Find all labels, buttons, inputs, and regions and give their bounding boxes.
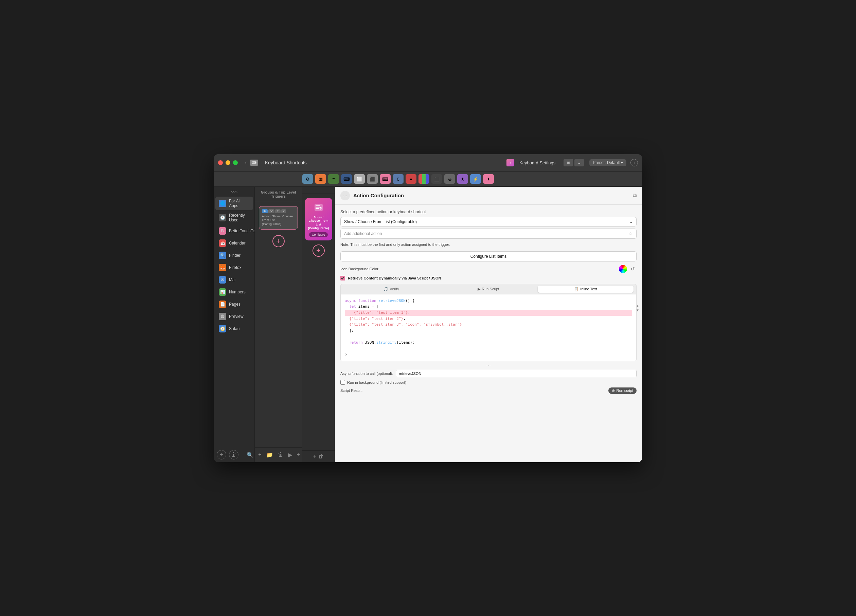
verify-tab[interactable]: 🎵 Verify	[343, 286, 439, 293]
async-function-input[interactable]	[396, 370, 637, 377]
toolbar-icon-keyboard[interactable]: ⌨	[380, 174, 391, 184]
add-app-button[interactable]: +	[217, 450, 226, 459]
list-view-button[interactable]: ≡	[574, 159, 584, 166]
sidebar-item-label: Numbers	[229, 290, 246, 294]
minimize-button[interactable]	[226, 160, 230, 165]
sidebar-item-label: Finder	[229, 253, 240, 258]
code-line-8: return JSON.stringify(items);	[345, 339, 632, 346]
toolbar-icon-star[interactable]: ★	[457, 174, 468, 184]
folder-button[interactable]: 📁	[265, 450, 274, 459]
add-action-footer-button[interactable]: +	[296, 450, 301, 459]
firefox-icon: 🦊	[219, 264, 226, 271]
sidebar-item-calendar[interactable]: 📅 Calendar	[216, 237, 253, 249]
sidebar-item-numbers[interactable]: 📊 Numbers	[216, 286, 253, 298]
configure-badge[interactable]: Configure	[309, 232, 328, 237]
run-script-button[interactable]: ⊕ Run script	[608, 387, 637, 394]
preset-button[interactable]: Preset: Default ▾	[590, 159, 627, 166]
resize-handle[interactable]: · · ·	[340, 364, 637, 367]
key-badge-opt: ⌥	[268, 209, 274, 213]
action-card-icon	[313, 201, 325, 214]
actions-footer-btn[interactable]: +	[313, 453, 316, 459]
toolbar-icon-gray1[interactable]: ⬜	[354, 174, 365, 184]
sidebar-collapse-button[interactable]: <<<	[214, 187, 254, 196]
script-editor[interactable]: async function retrieveJSON() { let item…	[340, 294, 637, 361]
chevron-down-icon: ⌄	[630, 220, 633, 224]
keyboard-icon: ⌨	[250, 160, 258, 166]
toolbar-icon-green[interactable]: ≡	[328, 174, 339, 184]
color-wheel-button[interactable]	[619, 265, 627, 273]
sidebar-item-preview[interactable]: 🖼 Preview	[216, 311, 253, 322]
add-group-button[interactable]: +	[257, 450, 263, 459]
code-line-3: {"title": "test item 1"},	[345, 310, 632, 316]
configure-list-items-button[interactable]: Configure List Items	[340, 251, 637, 261]
toolbar-icon-grid[interactable]: ⌨	[341, 174, 352, 184]
toolbar-icon-dark[interactable]: ⬛	[431, 174, 442, 184]
sidebar-item-finder[interactable]: 🔍 Finder	[216, 250, 253, 261]
delete-group-button[interactable]: 🗑	[277, 450, 285, 459]
info-button[interactable]: i	[630, 159, 638, 166]
inline-text-tab-label: Inline Text	[580, 287, 597, 291]
delete-app-button[interactable]: 🗑	[229, 450, 239, 459]
fullscreen-button[interactable]	[233, 160, 238, 165]
sidebar-item-recently-used[interactable]: 🕐 Recently Used	[216, 211, 253, 224]
back-button[interactable]: ‹	[242, 158, 250, 167]
sidebar-item-safari[interactable]: 🧭 Safari	[216, 323, 253, 335]
main-content: <<< 🌐 For All Apps 🕐 Recently Used B Bet…	[214, 187, 642, 462]
action-card[interactable]: Show / Choose From List (Configurable) C…	[305, 198, 332, 240]
search-button[interactable]: 🔍	[245, 450, 255, 459]
actions-panel: Show / Choose From List (Configurable) C…	[302, 187, 335, 462]
select-action-label: Select a predefined action or keyboard s…	[340, 209, 637, 214]
code-line-2: let items = [	[345, 304, 632, 310]
config-header: ··· Action Configuration ⧉	[335, 187, 642, 205]
config-window-button[interactable]: ⧉	[633, 192, 637, 199]
sidebar-item-mail[interactable]: ✉ Mail	[216, 274, 253, 286]
cycle-button[interactable]: ↕	[507, 159, 514, 166]
add-additional-action[interactable]: Add additional action ☆	[340, 229, 637, 239]
retrieve-content-row: Retrieve Content Dynamically via Java Sc…	[340, 276, 637, 281]
run-in-background-checkbox[interactable]	[340, 380, 345, 385]
key-badge-shift: ⇧	[275, 209, 280, 213]
groups-content: ⌘ ⌥ ⇧ X Action: Show / Choose From List …	[255, 202, 302, 447]
keyboard-settings-button[interactable]: Keyboard Settings	[517, 159, 558, 167]
toolbar-icon-app[interactable]: ⊕	[444, 174, 455, 184]
sidebar-item-label: BetterTouchTool	[229, 229, 255, 233]
retrieve-content-label: Retrieve Content Dynamically via Java Sc…	[348, 276, 441, 280]
run-script-tab[interactable]: ▶ Run Script	[440, 286, 536, 293]
script-area-wrapper: async function retrieveJSON() { let item…	[340, 294, 637, 361]
sidebar-item-firefox[interactable]: 🦊 Firefox	[216, 262, 253, 273]
script-result-label: Script Result:	[340, 389, 362, 393]
action-select[interactable]: Show / Choose From List (Configurable) ⌄	[340, 217, 637, 226]
title-dot: ·	[261, 160, 262, 165]
close-button[interactable]	[218, 160, 223, 165]
mail-icon: ✉	[219, 276, 226, 284]
toolbar-icon-orange[interactable]: ▦	[315, 174, 326, 184]
sidebar-item-for-all-apps[interactable]: 🌐 For All Apps	[216, 197, 253, 210]
script-panel-header: 🎵 Verify ▶ Run Script 📋 Inline Text	[340, 284, 637, 294]
sidebar-item-label: Firefox	[229, 265, 242, 270]
more-options-button[interactable]: ···	[340, 191, 350, 200]
retrieve-content-checkbox[interactable]	[340, 276, 345, 281]
key-badge-x: X	[281, 209, 286, 213]
toolbar-icon-multi[interactable]	[419, 174, 430, 184]
toolbar-icon-blue3[interactable]: ⚡	[470, 174, 481, 184]
svg-rect-3	[316, 208, 319, 209]
titlebar: ‹ ⌨ · Keyboard Shortcuts ↕ Keyboard Sett…	[214, 154, 642, 172]
toolbar-icon-blue2[interactable]: 0	[393, 174, 403, 184]
play-button[interactable]: ▶	[287, 450, 294, 459]
title-section: ⌨ · Keyboard Shortcuts	[250, 160, 507, 166]
add-action-button[interactable]: +	[313, 244, 325, 257]
favorite-icon[interactable]: ☆	[628, 231, 633, 237]
trigger-item[interactable]: ⌘ ⌥ ⇧ X Action: Show / Choose From List …	[259, 206, 298, 230]
sidebar-item-pages[interactable]: 📄 Pages	[216, 298, 253, 310]
numbers-icon: 📊	[219, 288, 226, 296]
toolbar-icon-pink[interactable]: ✦	[483, 174, 494, 184]
toolbar-icon-settings[interactable]: ⚙	[302, 174, 313, 184]
add-trigger-button[interactable]: +	[273, 235, 285, 247]
grid-view-button[interactable]: ⊞	[563, 159, 573, 166]
toolbar-icon-gray2[interactable]: ⬛	[367, 174, 378, 184]
inline-text-tab[interactable]: 📋 Inline Text	[538, 286, 633, 293]
toolbar-icon-red[interactable]: ●	[406, 174, 416, 184]
refresh-color-button[interactable]: ↺	[629, 265, 637, 273]
sidebar-item-bettertouchtool[interactable]: B BetterTouchTool	[216, 225, 253, 237]
actions-delete-btn[interactable]: 🗑	[318, 453, 324, 459]
